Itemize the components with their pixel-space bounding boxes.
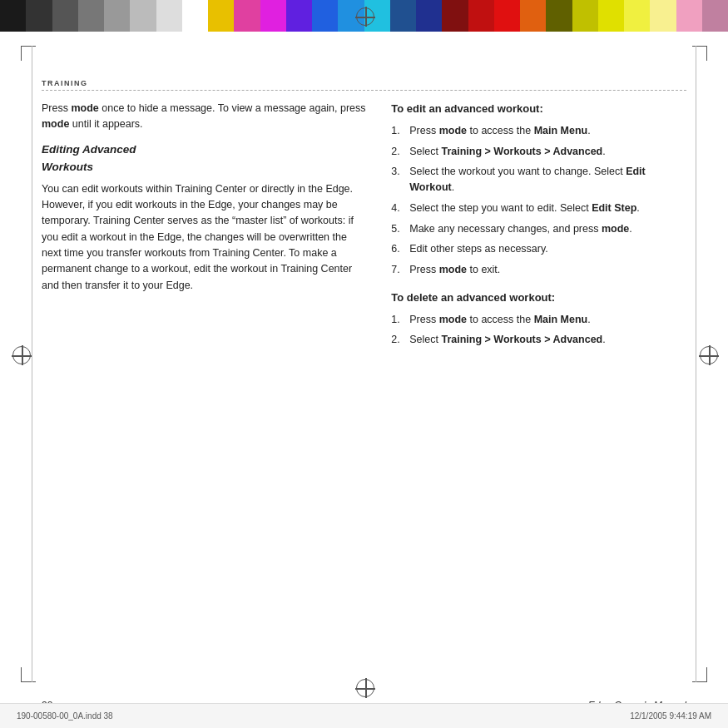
delete-steps-list: 1. Press mode to access the Main Menu. 2…	[391, 312, 686, 349]
edit-step-6: 6. Edit other steps as necessary.	[391, 241, 686, 257]
step3-edit: Edit Workout	[409, 166, 646, 193]
del-step1-mode: mode	[439, 314, 467, 325]
del-step2-nav: Training > Workouts > Advanced	[441, 334, 602, 345]
color-segment	[234, 0, 260, 32]
page-content: Training Press mode once to hide a messa…	[42, 79, 686, 678]
step1-menu: Main Menu	[534, 125, 588, 136]
crosshair-left-center	[12, 345, 32, 365]
intro-mode-bold: mode	[71, 102, 98, 114]
color-segment	[78, 0, 104, 32]
corner-mark-bl	[21, 667, 36, 682]
color-segment	[182, 0, 208, 32]
edit-step-4: 4. Select the step you want to edit. Sel…	[391, 201, 686, 216]
color-segment	[676, 0, 702, 32]
color-segment	[26, 0, 52, 32]
color-segment	[572, 0, 598, 32]
color-segment	[702, 0, 728, 32]
step5-mode: mode	[602, 223, 629, 235]
color-segment	[52, 0, 78, 32]
color-segment	[598, 0, 624, 32]
left-column: Press mode once to hide a message. To vi…	[42, 101, 366, 359]
color-segment	[0, 0, 26, 32]
edit-heading: To edit an advanced workout:	[391, 101, 686, 118]
delete-step-1: 1. Press mode to access the Main Menu.	[391, 312, 686, 328]
margin-line-right	[696, 46, 696, 682]
color-segment	[546, 0, 572, 32]
intro-text: Press mode once to hide a message. To vi…	[42, 101, 366, 133]
step1-mode: mode	[439, 125, 467, 136]
bottom-bar: 190-00580-00_0A.indd 38 12/1/2005 9:44:1…	[0, 703, 728, 728]
color-segment	[520, 0, 546, 32]
edit-step-5: 5. Make any necessary changes, and press…	[391, 221, 686, 237]
delete-heading: To delete an advanced workout:	[391, 290, 686, 307]
corner-mark-br	[692, 667, 707, 682]
color-segment	[104, 0, 130, 32]
color-segment	[260, 0, 286, 32]
edit-step-7: 7. Press mode to exit.	[391, 262, 686, 278]
two-column-layout: Press mode once to hide a message. To vi…	[42, 101, 686, 359]
color-segment	[312, 0, 338, 32]
color-segment	[442, 0, 468, 32]
step4-edit: Edit Step	[592, 202, 636, 214]
delete-step-2: 2. Select Training > Workouts > Advanced…	[391, 332, 686, 348]
color-segment	[416, 0, 442, 32]
crosshair-bottom-center	[355, 678, 375, 698]
color-segment	[286, 0, 312, 32]
margin-line-left	[32, 46, 32, 682]
crosshair-right-center	[699, 345, 719, 365]
editing-heading: Editing AdvancedWorkouts	[42, 141, 366, 176]
crosshair-top-center	[355, 7, 375, 27]
del-step1-menu: Main Menu	[534, 314, 588, 325]
color-segment	[624, 0, 650, 32]
corner-mark-tl	[21, 46, 36, 61]
corner-mark-tr	[692, 46, 707, 61]
edit-step-2: 2. Select Training > Workouts > Advanced…	[391, 144, 686, 160]
color-segment	[156, 0, 182, 32]
color-segment	[468, 0, 494, 32]
color-segment	[494, 0, 520, 32]
bottom-bar-left: 190-00580-00_0A.indd 38	[17, 711, 113, 721]
step7-mode: mode	[439, 264, 467, 275]
edit-step-3: 3. Select the workout you want to change…	[391, 164, 686, 196]
color-segment	[390, 0, 416, 32]
bottom-bar-right: 12/1/2005 9:44:19 AM	[630, 711, 711, 721]
color-segment	[130, 0, 156, 32]
editing-body: You can edit workouts within Training Ce…	[42, 181, 366, 295]
right-column: To edit an advanced workout: 1. Press mo…	[391, 101, 686, 359]
edit-step-1: 1. Press mode to access the Main Menu.	[391, 123, 686, 139]
color-segment	[650, 0, 676, 32]
step2-nav: Training > Workouts > Advanced	[441, 146, 602, 157]
section-label: Training	[42, 79, 686, 91]
intro-mode-bold2: mode	[42, 118, 69, 130]
edit-steps-list: 1. Press mode to access the Main Menu. 2…	[391, 123, 686, 278]
color-segment	[208, 0, 234, 32]
